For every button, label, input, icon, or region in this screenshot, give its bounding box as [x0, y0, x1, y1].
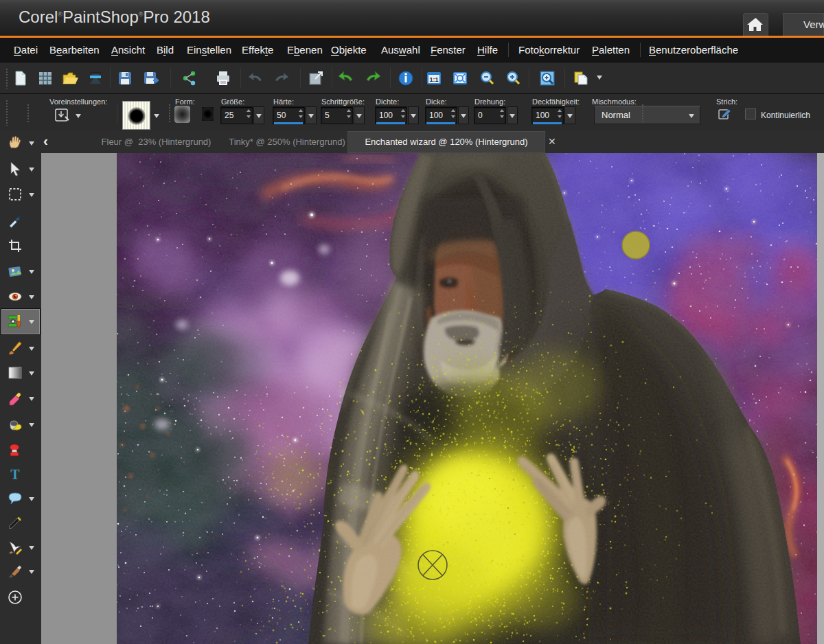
svg-text:T: T: [10, 467, 20, 482]
svg-text:1:1: 1:1: [429, 76, 438, 83]
